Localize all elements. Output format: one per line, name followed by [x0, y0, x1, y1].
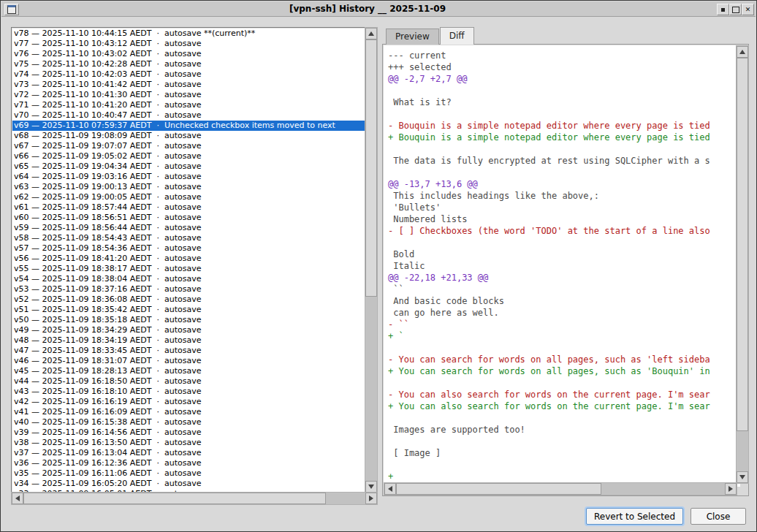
- version-list-item[interactable]: v65 — 2025-11-09 19:04:34 AEDT · autosav…: [12, 162, 366, 172]
- version-list-item[interactable]: v56 — 2025-11-09 18:41:20 AEDT · autosav…: [12, 254, 366, 264]
- version-list-item[interactable]: v44 — 2025-11-09 16:18:50 AEDT · autosav…: [12, 376, 366, 387]
- scroll-track[interactable]: [737, 58, 748, 471]
- version-list-item[interactable]: v68 — 2025-11-09 19:08:09 AEDT · autosav…: [12, 131, 366, 141]
- version-list-item[interactable]: v45 — 2025-11-09 18:28:13 AEDT · autosav…: [12, 366, 366, 376]
- version-list-item[interactable]: v76 — 2025-11-10 10:43:02 AEDT · autosav…: [12, 49, 366, 59]
- scroll-right-arrow[interactable]: [365, 493, 377, 504]
- diff-line: [388, 108, 740, 120]
- version-list-hscrollbar[interactable]: [11, 492, 378, 505]
- version-list-item[interactable]: v37 — 2025-11-09 16:13:04 AEDT · autosav…: [12, 448, 366, 458]
- scroll-thumb[interactable]: [365, 39, 377, 297]
- window-menu-button[interactable]: [4, 4, 19, 15]
- version-list-item[interactable]: v75 — 2025-11-10 10:42:28 AEDT · autosav…: [12, 59, 366, 69]
- version-list-item[interactable]: v57 — 2025-11-09 18:54:36 AEDT · autosav…: [12, 243, 366, 254]
- version-list-item[interactable]: v53 — 2025-11-09 18:37:16 AEDT · autosav…: [12, 284, 366, 294]
- scroll-thumb[interactable]: [396, 483, 601, 495]
- scroll-track[interactable]: [23, 493, 365, 504]
- version-list-item[interactable]: v40 — 2025-11-09 16:15:38 AEDT · autosav…: [12, 417, 366, 428]
- version-list-item[interactable]: v62 — 2025-11-09 19:00:05 AEDT · autosav…: [12, 192, 366, 202]
- diff-line: [388, 436, 740, 447]
- version-list-item[interactable]: v43 — 2025-11-09 16:18:10 AEDT · autosav…: [12, 387, 366, 397]
- version-list-item[interactable]: v34 — 2025-11-09 16:05:20 AEDT · autosav…: [12, 479, 366, 489]
- window-icon: [7, 5, 16, 14]
- diff-line: +++ selected: [388, 61, 740, 73]
- diff-hscrollbar[interactable]: [384, 482, 737, 495]
- tab-preview-label: Preview: [395, 31, 430, 42]
- arrow-right-icon: [729, 486, 733, 492]
- scroll-left-arrow[interactable]: [384, 483, 396, 495]
- version-list-item[interactable]: v52 — 2025-11-09 18:36:08 AEDT · autosav…: [12, 294, 366, 305]
- version-list-item[interactable]: v36 — 2025-11-09 16:12:36 AEDT · autosav…: [12, 458, 366, 468]
- diff-line: [388, 459, 740, 471]
- maximize-button[interactable]: [729, 4, 742, 15]
- arrow-down-icon: [739, 475, 745, 479]
- diff-line: The data is fully encrypted at rest usin…: [388, 155, 740, 167]
- version-list-item[interactable]: v50 — 2025-11-09 18:35:18 AEDT · autosav…: [12, 315, 366, 325]
- close-button[interactable]: Close: [691, 508, 746, 525]
- version-list-item[interactable]: v74 — 2025-11-10 10:42:03 AEDT · autosav…: [12, 69, 366, 80]
- version-list-item[interactable]: v42 — 2025-11-09 16:16:19 AEDT · autosav…: [12, 397, 366, 407]
- version-list-item[interactable]: v71 — 2025-11-10 10:41:20 AEDT · autosav…: [12, 100, 366, 110]
- titlebar[interactable]: [vpn-ssh] History __ 2025-11-09 ✕: [1, 1, 756, 17]
- version-list-item[interactable]: v67 — 2025-11-09 19:07:07 AEDT · autosav…: [12, 141, 366, 151]
- diff-line: - You can search for words on all pages,…: [388, 354, 740, 365]
- close-window-button[interactable]: ✕: [742, 4, 754, 15]
- version-list-item[interactable]: v49 — 2025-11-09 18:34:29 AEDT · autosav…: [12, 325, 366, 335]
- diff-line: + You can also search for words on the c…: [388, 400, 740, 412]
- diff-line: @@ -22,18 +21,33 @@: [388, 272, 740, 284]
- version-list-item[interactable]: v60 — 2025-11-09 18:56:51 AEDT · autosav…: [12, 213, 366, 223]
- version-list-item[interactable]: v46 — 2025-11-09 18:31:07 AEDT · autosav…: [12, 356, 366, 366]
- scroll-track[interactable]: [396, 483, 725, 495]
- version-list-item[interactable]: v69 — 2025-11-10 07:59:37 AEDT · Uncheck…: [12, 121, 366, 131]
- scroll-right-arrow[interactable]: [725, 483, 737, 495]
- version-list-item[interactable]: v41 — 2025-11-09 16:16:09 AEDT · autosav…: [12, 407, 366, 417]
- tab-bar: Preview Diff: [386, 28, 475, 45]
- diff-line: @@ -13,7 +13,6 @@: [388, 178, 740, 190]
- scroll-up-arrow[interactable]: [365, 28, 377, 39]
- scroll-left-arrow[interactable]: [12, 493, 23, 504]
- arrow-down-icon: [368, 484, 374, 489]
- version-list-item[interactable]: v48 — 2025-11-09 18:34:19 AEDT · autosav…: [12, 335, 366, 346]
- diff-view[interactable]: --- current+++ selected@@ -2,7 +2,7 @@ W…: [384, 45, 740, 487]
- minimize-button[interactable]: [717, 4, 729, 15]
- minimize-icon: [721, 8, 725, 12]
- scroll-thumb[interactable]: [737, 58, 748, 431]
- version-list[interactable]: v78 — 2025-11-10 10:44:15 AEDT · autosav…: [11, 27, 367, 494]
- tab-diff[interactable]: Diff: [440, 27, 474, 45]
- diff-line: - ``: [388, 319, 740, 330]
- version-list-item[interactable]: v55 — 2025-11-09 18:38:17 AEDT · autosav…: [12, 264, 366, 274]
- diff-line: [388, 377, 740, 389]
- version-list-item[interactable]: v39 — 2025-11-09 16:14:56 AEDT · autosav…: [12, 428, 366, 438]
- version-list-item[interactable]: v78 — 2025-11-10 10:44:15 AEDT · autosav…: [12, 28, 366, 39]
- version-list-item[interactable]: v38 — 2025-11-09 16:13:50 AEDT · autosav…: [12, 438, 366, 448]
- version-list-vscrollbar[interactable]: [365, 27, 378, 493]
- arrow-left-icon: [388, 486, 392, 492]
- version-list-item[interactable]: v64 — 2025-11-09 19:03:16 AEDT · autosav…: [12, 172, 366, 182]
- version-list-item[interactable]: v66 — 2025-11-09 19:05:02 AEDT · autosav…: [12, 151, 366, 162]
- diff-line: @@ -2,7 +2,7 @@: [388, 73, 740, 85]
- revert-to-selected-button[interactable]: Revert to Selected: [586, 508, 683, 525]
- version-list-item[interactable]: v70 — 2025-11-10 10:40:47 AEDT · autosav…: [12, 110, 366, 121]
- scroll-up-arrow[interactable]: [737, 46, 748, 58]
- version-list-item[interactable]: v77 — 2025-11-10 10:43:12 AEDT · autosav…: [12, 39, 366, 49]
- scroll-down-arrow[interactable]: [365, 481, 377, 493]
- diff-line: 'Bullets': [388, 202, 740, 213]
- version-list-item[interactable]: v35 — 2025-11-09 16:11:06 AEDT · autosav…: [12, 468, 366, 479]
- tab-diff-label: Diff: [449, 31, 465, 41]
- version-list-item[interactable]: v63 — 2025-11-09 19:00:13 AEDT · autosav…: [12, 182, 366, 192]
- version-list-item[interactable]: v72 — 2025-11-10 10:41:30 AEDT · autosav…: [12, 90, 366, 100]
- scroll-down-arrow[interactable]: [737, 471, 748, 483]
- scroll-thumb[interactable]: [23, 493, 326, 504]
- version-list-item[interactable]: v58 — 2025-11-09 18:54:43 AEDT · autosav…: [12, 233, 366, 243]
- tab-preview[interactable]: Preview: [386, 28, 439, 45]
- version-list-item[interactable]: v47 — 2025-11-09 18:33:45 AEDT · autosav…: [12, 346, 366, 356]
- version-list-item[interactable]: v73 — 2025-11-10 10:41:42 AEDT · autosav…: [12, 80, 366, 90]
- scroll-track[interactable]: [365, 39, 377, 481]
- version-list-item[interactable]: v51 — 2025-11-09 18:35:42 AEDT · autosav…: [12, 305, 366, 315]
- diff-vscrollbar[interactable]: [736, 45, 749, 484]
- version-list-item[interactable]: v54 — 2025-11-09 18:38:04 AEDT · autosav…: [12, 274, 366, 284]
- arrow-up-icon: [739, 50, 745, 54]
- version-list-item[interactable]: v61 — 2025-11-09 18:57:44 AEDT · autosav…: [12, 202, 366, 213]
- diff-line: [388, 143, 740, 155]
- version-list-item[interactable]: v59 — 2025-11-09 18:56:44 AEDT · autosav…: [12, 223, 366, 233]
